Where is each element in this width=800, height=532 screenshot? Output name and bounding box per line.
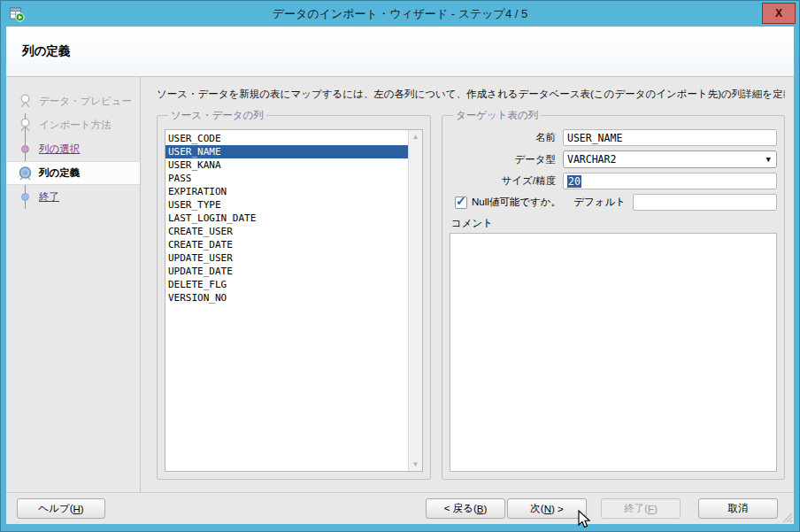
name-label: 名前	[450, 131, 556, 144]
sidebar-step-import-method: インポート方法	[6, 113, 140, 137]
sidebar-step-column-definition: 列の定義	[6, 161, 140, 185]
list-item[interactable]: USER_CODE	[165, 132, 408, 145]
step-label[interactable]: 終了	[39, 190, 59, 204]
step-label: 列の定義	[39, 166, 80, 180]
nullable-label: Null値可能ですか。	[472, 196, 561, 209]
source-columns-list: USER_CODE USER_NAME USER_KANA PASS EXPIR…	[165, 130, 408, 471]
list-item[interactable]: USER_KANA	[165, 158, 408, 172]
default-field[interactable]	[633, 194, 777, 211]
list-item[interactable]: LAST_LOGIN_DATE	[165, 212, 408, 225]
source-columns-group: ソース・データの列 USER_CODE USER_NAME USER_KANA	[157, 109, 431, 480]
checkmark-icon: ✓	[456, 194, 466, 208]
source-columns-listbox: USER_CODE USER_NAME USER_KANA PASS EXPIR…	[165, 129, 423, 472]
milestone-icon	[18, 94, 33, 109]
scroll-down-button[interactable]: ▼	[409, 458, 422, 471]
list-item[interactable]: CREATE_USER	[165, 225, 408, 238]
comment-label: コメント	[451, 217, 777, 230]
sidebar-step-column-selection[interactable]: 列の選択	[6, 137, 140, 161]
size-precision-field[interactable]: 20	[563, 173, 777, 189]
list-item[interactable]: EXPIRATION	[165, 185, 408, 198]
list-item[interactable]: CREATE_DATE	[165, 238, 408, 251]
source-columns-group-title: ソース・データの列	[168, 109, 266, 122]
close-icon: X	[775, 7, 782, 19]
name-field[interactable]: USER_NAME	[563, 129, 777, 146]
sidebar-step-finish[interactable]: 終了	[6, 185, 140, 209]
finish-button[interactable]: 終了(F)	[601, 498, 681, 519]
help-button[interactable]: ヘルプ(H)	[17, 498, 105, 519]
list-item[interactable]: UPDATE_DATE	[165, 265, 408, 278]
scroll-up-icon: ▲	[412, 133, 419, 141]
data-type-dropdown[interactable]: VARCHAR2 ▼	[563, 150, 777, 168]
import-table-icon	[9, 6, 25, 22]
size-precision-label: サイズ/精度	[450, 174, 556, 188]
default-label: デフォルト	[573, 196, 626, 209]
window-title: データのインポート・ウィザード - ステップ4 / 5	[54, 6, 746, 22]
target-column-group-title: ターゲット表の列	[453, 109, 541, 122]
resize-grip[interactable]	[781, 512, 793, 523]
titlebar: データのインポート・ウィザード - ステップ4 / 5 X	[1, 1, 799, 27]
wizard-steps-sidebar: データ・プレビュー インポート方法 列の選択	[6, 77, 141, 492]
list-item[interactable]: DELETE_FLG	[165, 278, 408, 291]
back-button[interactable]: < 戻る(B)	[426, 498, 505, 519]
step-label: データ・プレビュー	[39, 95, 132, 108]
step-description: ソース・データを新規の表にマップするには、左の各列について、作成されるデータベー…	[157, 88, 785, 101]
scroll-up-button[interactable]: ▲	[409, 130, 422, 143]
step-label: インポート方法	[39, 119, 112, 132]
wizard-window: データのインポート・ウィザード - ステップ4 / 5 X 列の定義	[0, 0, 800, 532]
dialog-frame: 列の定義 データ・プレビュー	[6, 27, 794, 524]
step-dot-icon	[18, 189, 33, 204]
data-type-label: データ型	[450, 153, 556, 166]
page-title: 列の定義	[22, 43, 70, 59]
selected-text: 20	[567, 175, 581, 188]
comment-textarea[interactable]	[450, 233, 777, 472]
list-item[interactable]: PASS	[165, 172, 408, 185]
target-column-group: ターゲット表の列 名前 USER_NAME データ型 VARCHAR2 ▼	[442, 109, 785, 480]
cancel-button[interactable]: 取消	[698, 498, 778, 519]
list-item[interactable]: USER_TYPE	[165, 198, 408, 212]
close-button[interactable]: X	[762, 3, 796, 24]
scroll-down-icon: ▼	[412, 460, 419, 468]
current-step-icon	[18, 166, 33, 181]
list-item[interactable]: VERSION_NO	[165, 291, 408, 305]
milestone-icon	[18, 118, 33, 133]
chevron-down-icon: ▼	[766, 155, 771, 164]
wizard-footer: ヘルプ(H) < 戻る(B) 次(N) > 終了(F) 取消	[6, 492, 794, 524]
step-label[interactable]: 列の選択	[39, 143, 80, 156]
wizard-content: ソース・データを新規の表にマップするには、左の各列について、作成されるデータベー…	[141, 77, 794, 492]
list-scrollbar[interactable]: ▲ ▼	[408, 130, 422, 471]
list-item[interactable]: UPDATE_USER	[165, 251, 408, 265]
sidebar-step-data-preview: データ・プレビュー	[6, 89, 140, 113]
nullable-checkbox[interactable]: ✓	[455, 197, 467, 209]
step-dot-icon	[18, 142, 33, 157]
next-button[interactable]: 次(N) >	[507, 498, 587, 519]
list-item[interactable]: USER_NAME	[165, 145, 408, 158]
wizard-header: 列の定義	[6, 27, 794, 77]
